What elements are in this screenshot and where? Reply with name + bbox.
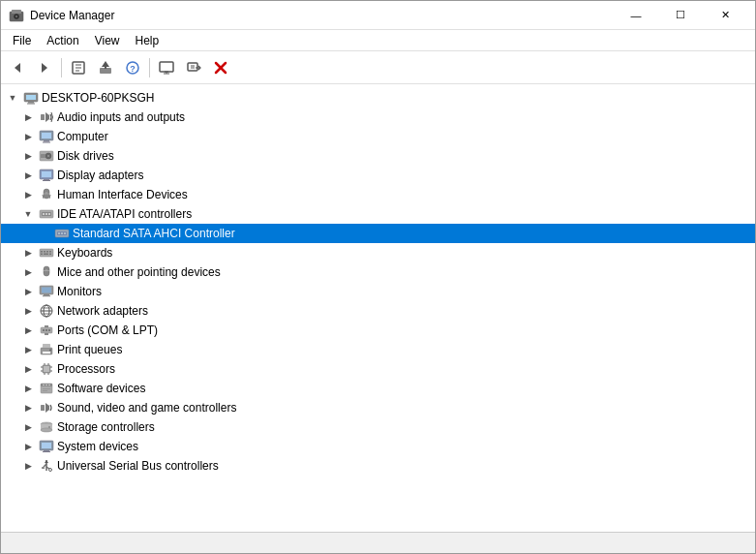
tree-item-audio[interactable]: Audio inputs and outputs: [1, 108, 755, 127]
computer-label: Computer: [57, 130, 108, 143]
tree-item-display[interactable]: Display adapters: [1, 166, 755, 185]
svg-point-116: [49, 469, 52, 472]
properties-button[interactable]: [66, 55, 91, 80]
tree-root[interactable]: DESKTOP-60PKSGH: [1, 88, 755, 108]
svg-rect-30: [44, 140, 49, 142]
toolbar-separator-2: [149, 58, 150, 77]
tree-item-print[interactable]: Print queues: [1, 340, 755, 359]
svg-point-84: [49, 350, 51, 352]
main-content[interactable]: DESKTOP-60PKSGH Audio inputs and outputs: [1, 84, 755, 532]
ports-label: Ports (COM & LPT): [57, 323, 158, 337]
sound-label: Sound, video and game controllers: [57, 401, 236, 415]
svg-rect-82: [43, 344, 50, 348]
svg-rect-59: [49, 251, 51, 253]
disk-label: Disk drives: [57, 149, 114, 163]
svg-rect-67: [42, 288, 51, 293]
svg-rect-47: [43, 213, 45, 215]
tree-item-disk[interactable]: Disk drives: [1, 146, 755, 166]
audio-label: Audio inputs and outputs: [57, 110, 185, 124]
tree-item-network[interactable]: Network adapters: [1, 301, 755, 321]
tree-item-monitors[interactable]: Monitors: [1, 282, 755, 301]
svg-rect-58: [46, 251, 48, 253]
svg-rect-62: [49, 254, 51, 256]
mice-icon: [39, 264, 54, 280]
svg-rect-108: [42, 443, 51, 448]
svg-marker-11: [102, 61, 109, 69]
storage-label: Storage controllers: [57, 420, 155, 434]
audio-chevron: [20, 109, 36, 125]
computer-icon: [23, 90, 39, 106]
svg-rect-68: [44, 294, 49, 295]
tree-item-storage[interactable]: Storage controllers: [1, 417, 755, 437]
root-chevron: [5, 90, 20, 106]
tree-item-system[interactable]: System devices: [1, 437, 755, 456]
audio-icon: [39, 109, 54, 125]
update-driver-button[interactable]: [93, 55, 118, 80]
hid-label: Human Interface Devices: [57, 188, 188, 201]
svg-rect-53: [61, 232, 63, 234]
keyboards-chevron: [20, 245, 36, 261]
svg-rect-56: [41, 251, 43, 253]
tree-item-processors[interactable]: Processors: [1, 359, 755, 379]
tree-item-sata[interactable]: Standard SATA AHCI Controller: [1, 224, 755, 243]
sound-icon: [39, 400, 54, 416]
display-button[interactable]: [154, 55, 179, 80]
svg-rect-61: [44, 254, 48, 256]
scan-button[interactable]: [181, 55, 206, 80]
delete-button[interactable]: [208, 55, 233, 80]
usb-icon: [39, 458, 54, 474]
tree-item-ports[interactable]: Ports (COM & LPT): [1, 321, 755, 340]
print-icon: [39, 342, 54, 357]
mice-label: Mice and other pointing devices: [57, 265, 221, 279]
status-bar: [1, 532, 755, 553]
svg-rect-109: [44, 450, 49, 451]
root-label: DESKTOP-60PKSGH: [42, 91, 154, 105]
ports-chevron: [20, 323, 36, 338]
svg-marker-112: [45, 460, 48, 463]
svg-point-76: [43, 329, 45, 331]
minimize-button[interactable]: —: [614, 1, 658, 30]
menu-file[interactable]: File: [5, 32, 39, 49]
disk-chevron: [20, 148, 36, 164]
svg-point-106: [48, 426, 50, 428]
maximize-button[interactable]: ☐: [658, 1, 703, 30]
tree-item-hid[interactable]: Human Interface Devices: [1, 185, 755, 204]
tree-item-sound[interactable]: Sound, video and game controllers: [1, 398, 755, 417]
computer-chevron: [20, 129, 36, 144]
display-icon: [39, 168, 54, 183]
tree-item-software[interactable]: Software devices: [1, 379, 755, 398]
svg-point-3: [15, 15, 17, 17]
svg-rect-29: [42, 133, 51, 138]
tree-item-mice[interactable]: Mice and other pointing devices: [1, 262, 755, 282]
computer-icon2: [39, 129, 54, 144]
back-button[interactable]: [5, 55, 30, 80]
menu-help[interactable]: Help: [128, 32, 167, 49]
svg-point-98: [45, 385, 47, 386]
network-chevron: [20, 303, 36, 319]
svg-rect-114: [42, 467, 45, 469]
help-button[interactable]: ?: [120, 55, 145, 80]
tree-item-usb[interactable]: Universal Serial Bus controllers: [1, 456, 755, 476]
disk-icon: [39, 148, 54, 164]
svg-rect-110: [43, 451, 50, 452]
tree-item-ide[interactable]: IDE ATA/ATAPI controllers: [1, 204, 755, 224]
window-controls: — ☐ ✕: [614, 1, 747, 30]
svg-rect-18: [188, 63, 197, 71]
storage-icon: [39, 419, 54, 435]
svg-rect-80: [45, 333, 48, 335]
svg-rect-79: [45, 325, 48, 327]
tree-item-keyboards[interactable]: Keyboards: [1, 243, 755, 262]
toolbar: ?: [1, 51, 755, 84]
menu-action[interactable]: Action: [39, 32, 86, 49]
svg-rect-31: [43, 142, 50, 143]
tree-item-computer[interactable]: Computer: [1, 127, 755, 146]
menu-view[interactable]: View: [87, 32, 128, 49]
sound-chevron: [20, 400, 36, 416]
software-label: Software devices: [57, 382, 145, 395]
close-button[interactable]: ✕: [703, 1, 747, 30]
menu-bar: File Action View Help: [1, 30, 755, 51]
svg-rect-38: [44, 179, 49, 180]
svg-rect-52: [58, 232, 60, 234]
forward-button[interactable]: [32, 55, 57, 80]
sata-chevron: [36, 226, 51, 241]
